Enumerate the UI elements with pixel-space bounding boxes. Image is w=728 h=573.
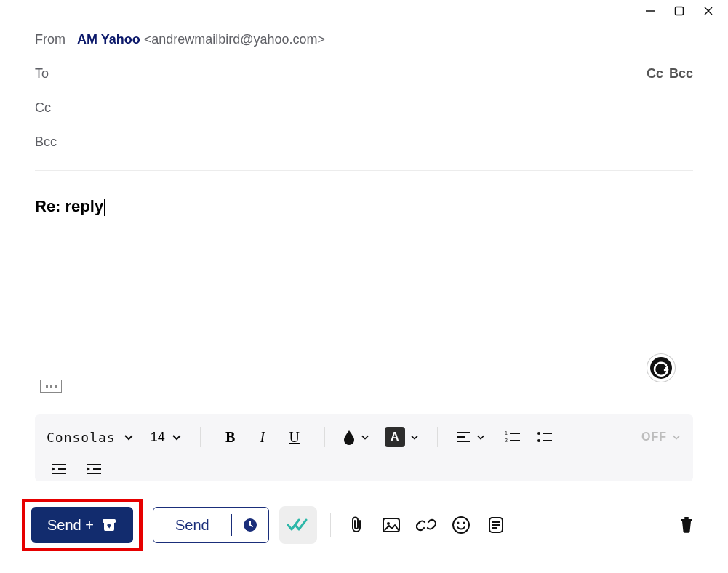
divider [330,513,331,537]
insert-link-button[interactable] [414,513,439,537]
double-check-icon [286,516,311,534]
note-icon [487,516,505,534]
divider [200,427,201,447]
svg-point-27 [457,522,459,524]
paperclip-icon [348,516,364,534]
tracking-toggle[interactable]: OFF [641,430,681,444]
emoji-button[interactable] [449,513,473,537]
to-label: To [35,66,49,81]
from-email: <andrewmailbird@yahoo.com> [144,32,325,47]
ink-drop-icon [343,429,356,445]
chevron-down-icon [671,432,681,442]
align-left-icon [455,430,471,444]
indent-button[interactable] [81,457,106,481]
window-controls [644,0,728,22]
image-icon [382,516,401,534]
svg-point-13 [537,439,540,442]
highlight-color-picker[interactable]: A [385,427,420,447]
svg-point-28 [463,522,465,524]
underline-button[interactable]: U [282,425,307,449]
send-button[interactable]: Send [153,507,269,543]
svg-text:2: 2 [505,438,508,443]
format-toolbar: Consolas 14 B I U A [35,414,693,481]
schedule-send-button[interactable] [232,517,268,533]
divider [437,427,438,447]
svg-point-25 [387,522,390,525]
from-account: AM Yahoo [77,32,140,47]
numbered-list-button[interactable]: 1 2 [500,425,525,449]
cc-row[interactable]: Cc [35,100,693,116]
svg-text:1: 1 [505,430,508,436]
bulleted-list-button[interactable] [532,425,557,449]
svg-rect-1 [676,7,684,15]
chevron-down-icon [409,432,420,442]
to-row[interactable]: To Cc Bcc [35,66,693,81]
insert-image-button[interactable] [379,513,404,537]
read-receipt-button[interactable] [279,506,317,544]
from-row[interactable]: From AM Yahoo <andrewmailbird@yahoo.com> [35,32,693,47]
bold-button[interactable]: B [218,425,243,449]
font-family-value: Consolas [47,430,116,445]
send-and-archive-button[interactable]: Send + [31,507,133,543]
highlight-icon: A [385,427,405,447]
font-family-picker[interactable]: Consolas [47,430,135,445]
show-cc-link[interactable]: Cc [647,66,663,81]
compose-header: From AM Yahoo <andrewmailbird@yahoo.com>… [35,32,693,216]
bcc-label: Bcc [35,135,57,150]
from-label: From [35,32,65,47]
template-button[interactable] [484,513,508,537]
font-size-value: 14 [151,430,165,445]
svg-point-26 [453,517,469,533]
divider [324,427,325,447]
expand-quoted-icon[interactable] [40,380,62,393]
chevron-down-icon [476,432,486,442]
italic-button[interactable]: I [250,425,275,449]
send-and-archive-label: Send + [47,517,94,534]
chevron-down-icon [360,432,370,442]
svg-rect-34 [684,517,689,519]
chevron-down-icon [123,431,135,443]
font-size-picker[interactable]: 14 [151,430,183,445]
action-bar: Send + Send [22,499,699,551]
divider [35,170,693,171]
clock-icon [242,517,258,533]
tracking-label: OFF [641,430,667,444]
chevron-down-icon [171,431,183,443]
annotation-highlight: Send + [22,499,143,551]
attachment-button[interactable] [344,513,369,537]
trash-icon [679,516,695,534]
smile-icon [452,516,471,534]
svg-rect-22 [103,519,116,523]
link-icon [416,516,436,534]
outdent-button[interactable] [47,457,71,481]
compose-window: From AM Yahoo <andrewmailbird@yahoo.com>… [0,0,728,573]
text-color-picker[interactable] [343,429,370,445]
discard-button[interactable] [674,513,699,537]
cc-label: Cc [35,100,51,116]
archive-icon [101,518,117,532]
grammar-check-badge[interactable] [647,353,676,382]
minimize-button[interactable] [644,4,657,17]
close-button[interactable] [702,4,715,17]
bcc-row[interactable]: Bcc [35,135,693,150]
alignment-picker[interactable] [455,430,486,444]
show-bcc-link[interactable]: Bcc [669,66,693,81]
svg-point-12 [537,432,540,435]
subject-input[interactable]: Re: reply [35,197,103,216]
send-label: Send [153,517,231,534]
svg-rect-33 [681,519,692,521]
maximize-button[interactable] [673,4,686,17]
